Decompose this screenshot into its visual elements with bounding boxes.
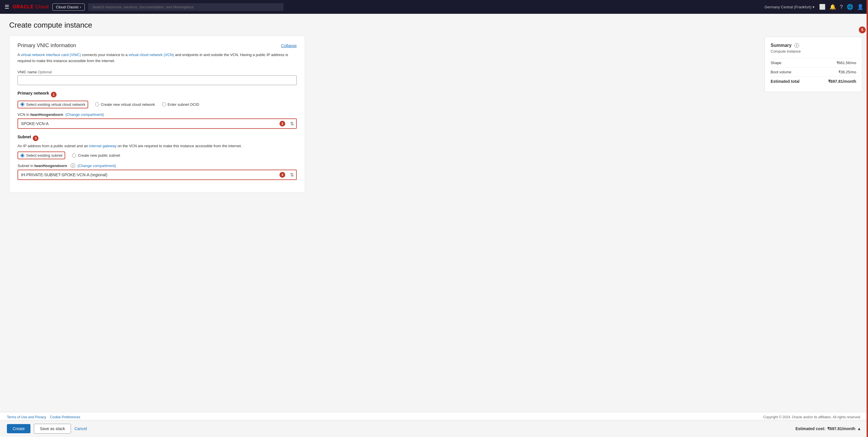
profile-icon[interactable]: 👤 bbox=[857, 4, 863, 10]
radio-create-new-vcn-input[interactable] bbox=[95, 103, 99, 106]
card-description: A virtual network interface card (VNIC) … bbox=[18, 52, 297, 64]
subnet-select-wrapper: IH-PRIVATE-SUBNET-SPOKE-VCN-A (regional)… bbox=[18, 170, 297, 180]
internet-gateway-link[interactable]: internet gateway bbox=[89, 144, 116, 148]
optional-label: Optional bbox=[38, 70, 52, 74]
nav-icons: ⬜ 🔔 ? 🌐 👤 bbox=[819, 4, 863, 10]
cloud-classic-button[interactable]: Cloud Classic › bbox=[52, 3, 85, 11]
step3-badge: 3 bbox=[33, 136, 38, 141]
search-input[interactable] bbox=[88, 3, 283, 11]
summary-boot-volume-label: Boot volume bbox=[771, 70, 791, 74]
step1-badge: 1 bbox=[51, 92, 57, 97]
vcn-select-wrapper: SPOKE-VCN-A ⇅ 2 bbox=[18, 118, 297, 129]
primary-network-label: Primary network bbox=[18, 91, 49, 95]
red-border-right bbox=[867, 0, 868, 206]
summary-info-icon[interactable]: i bbox=[795, 43, 799, 48]
card-header: Primary VNIC information Collapse bbox=[18, 42, 297, 49]
top-navigation: ☰ ORACLE Cloud Cloud Classic › Germany C… bbox=[0, 0, 868, 14]
radio-create-new-subnet[interactable]: Create new public subnet bbox=[72, 153, 120, 157]
step5-badge: 5 bbox=[859, 26, 866, 33]
summary-boot-volume-price: ₹36.25/mo bbox=[838, 70, 856, 74]
radio-select-existing-vcn-input[interactable] bbox=[21, 103, 24, 106]
subnet-compartment-name: IwanHoogendoorn bbox=[34, 164, 67, 168]
radio-select-existing-vcn-label: Select existing virtual cloud network bbox=[26, 103, 85, 107]
notification-icon[interactable]: 🔔 bbox=[830, 4, 836, 10]
subnet-compartment-row: Subnet in IwanHoogendoorn i (Change comp… bbox=[18, 163, 297, 168]
oracle-logo-text: ORACLE Cloud bbox=[13, 4, 49, 9]
radio-create-new-vcn-label: Create new virtual cloud network bbox=[101, 103, 155, 107]
vcn-select[interactable]: SPOKE-VCN-A bbox=[18, 118, 297, 129]
oracle-logo: ORACLE Cloud bbox=[13, 4, 49, 9]
cloud-shell-icon[interactable]: ⬜ bbox=[819, 4, 826, 10]
vnic-link[interactable]: virtual network interface card (VNIC) bbox=[21, 53, 81, 57]
radio-enter-subnet-ocid-label: Enter subnet OCID bbox=[168, 103, 199, 107]
vnic-name-input[interactable] bbox=[18, 75, 297, 85]
step4-badge: 4 bbox=[279, 172, 285, 178]
subnet-select[interactable]: IH-PRIVATE-SUBNET-SPOKE-VCN-A (regional) bbox=[18, 170, 297, 180]
summary-shape-row: Shape ₹661.56/mo bbox=[771, 58, 856, 67]
summary-header: Summary i bbox=[771, 43, 856, 48]
main-content-row: Create compute instance Primary VNIC inf… bbox=[0, 14, 868, 206]
vcn-link[interactable]: virtual cloud network (VCN) bbox=[129, 53, 174, 57]
subnet-section: Subnet 3 An IP address from a public sub… bbox=[18, 135, 297, 180]
collapse-link[interactable]: Collapse bbox=[281, 43, 297, 48]
vcn-compartment-name: IwanHoogendoorn bbox=[30, 112, 63, 117]
page-title: Create compute instance bbox=[9, 21, 750, 30]
vnic-name-label: VNIC name Optional bbox=[18, 70, 297, 74]
radio-create-new-subnet-input[interactable] bbox=[72, 153, 76, 157]
radio-select-existing-subnet-input[interactable] bbox=[21, 153, 24, 157]
language-icon[interactable]: 🌐 bbox=[847, 4, 853, 10]
radio-enter-subnet-ocid-input[interactable] bbox=[162, 103, 166, 106]
radio-enter-subnet-ocid[interactable]: Enter subnet OCID bbox=[162, 103, 199, 107]
radio-create-new-subnet-label: Create new public subnet bbox=[78, 153, 120, 157]
subnet-radio-group: Select existing subnet Create new public… bbox=[18, 151, 297, 159]
summary-subtitle: Compute instance bbox=[771, 49, 856, 54]
region-label: Germany Central (Frankfurt) bbox=[765, 5, 811, 9]
summary-shape-price: ₹661.56/mo bbox=[836, 61, 856, 65]
region-selector[interactable]: Germany Central (Frankfurt) ▾ bbox=[765, 5, 814, 9]
summary-boot-volume-row: Boot volume ₹36.25/mo bbox=[771, 67, 856, 77]
radio-create-new-vcn[interactable]: Create new virtual cloud network bbox=[95, 103, 155, 107]
primary-vnic-card: Primary VNIC information Collapse A virt… bbox=[9, 35, 305, 193]
subnet-change-compartment-link[interactable]: (Change compartment) bbox=[78, 164, 116, 168]
hamburger-menu[interactable]: ☰ bbox=[5, 4, 9, 10]
page-content: Create compute instance Primary VNIC inf… bbox=[0, 14, 759, 206]
radio-select-existing-subnet[interactable]: Select existing subnet bbox=[18, 151, 65, 159]
radio-select-existing-subnet-label: Select existing subnet bbox=[26, 153, 62, 157]
primary-network-section: Primary network 1 Select existing virtua… bbox=[18, 91, 297, 129]
summary-title: Summary bbox=[771, 43, 792, 48]
summary-total-row: Estimated total ₹697.81/month bbox=[771, 77, 856, 86]
subnet-compartment-label: Subnet in IwanHoogendoorn bbox=[18, 164, 67, 168]
vnic-name-section: VNIC name Optional bbox=[18, 70, 297, 85]
card-title: Primary VNIC information bbox=[18, 42, 76, 49]
radio-select-existing-vcn[interactable]: Select existing virtual cloud network bbox=[18, 100, 88, 108]
nav-right: Germany Central (Frankfurt) ▾ ⬜ 🔔 ? 🌐 👤 bbox=[765, 4, 863, 10]
vcn-compartment-label: VCN in IwanHoogendoorn bbox=[18, 112, 63, 117]
subnet-info-icon[interactable]: i bbox=[71, 163, 75, 168]
step2-badge: 2 bbox=[279, 121, 285, 126]
summary-total-price: ₹697.81/month bbox=[828, 79, 856, 84]
vcn-change-compartment-link[interactable]: (Change compartment) bbox=[65, 112, 104, 117]
summary-total-label: Estimated total bbox=[771, 79, 799, 84]
subnet-description: An IP address from a public subnet and a… bbox=[18, 143, 297, 149]
region-chevron: ▾ bbox=[812, 5, 814, 9]
primary-network-radio-group: Select existing virtual cloud network Cr… bbox=[18, 100, 297, 108]
help-icon[interactable]: ? bbox=[840, 4, 843, 10]
vcn-compartment-row: VCN in IwanHoogendoorn (Change compartme… bbox=[18, 112, 297, 117]
summary-shape-label: Shape bbox=[771, 61, 781, 65]
summary-panel: Summary i Compute instance Shape ₹661.56… bbox=[765, 37, 862, 92]
subnet-label: Subnet bbox=[18, 135, 31, 139]
